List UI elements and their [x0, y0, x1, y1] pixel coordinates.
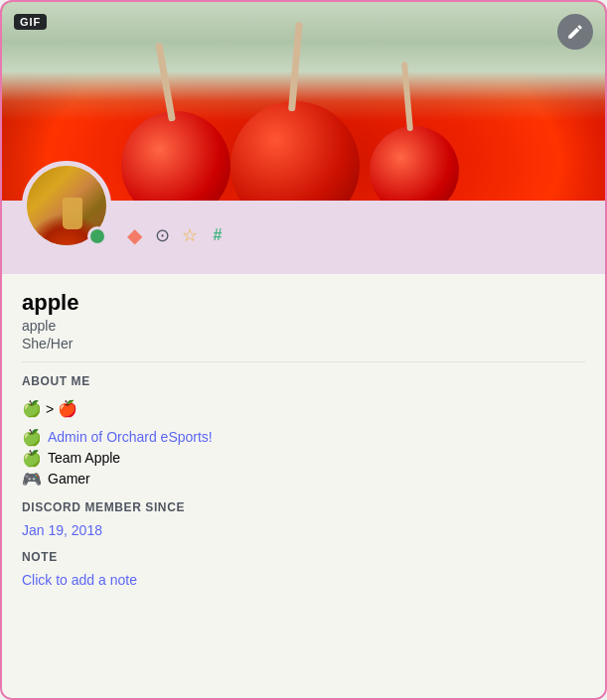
- favorite-badge: ☆: [179, 224, 201, 246]
- edit-button[interactable]: [557, 14, 593, 50]
- about-gamer-line: 🎮 Gamer: [22, 470, 585, 489]
- divider-1: [22, 361, 585, 362]
- display-name: apple: [22, 290, 585, 316]
- hypesquad-badge: ◆: [123, 224, 145, 246]
- online-indicator: [87, 226, 107, 246]
- greater-than: >: [46, 398, 54, 420]
- about-line-1: 🍏 > 🍎: [22, 396, 585, 422]
- admin-emoji: 🍏: [22, 428, 42, 447]
- red-apple-emoji: 🍎: [58, 396, 77, 422]
- pronouns: She/Her: [22, 336, 585, 351]
- main-content: apple apple She/Her ABOUT ME 🍏 > 🍎 🍏 Adm…: [2, 274, 605, 698]
- early-supporter-badge: ⊙: [151, 224, 173, 246]
- member-since-label: DISCORD MEMBER SINCE: [22, 500, 585, 514]
- gif-badge: GIF: [14, 14, 47, 30]
- profile-section: ◆ ⊙ ☆ #: [2, 201, 605, 274]
- profile-card: GIF ◆ ⊙: [0, 0, 607, 700]
- avatar-wrapper: [22, 161, 111, 250]
- about-admin-line: 🍏 Admin of Orchard eSports!: [22, 428, 585, 447]
- about-team-line: 🍏 Team Apple: [22, 449, 585, 468]
- green-apple-emoji: 🍏: [22, 396, 42, 422]
- hashtag-badge: #: [207, 224, 228, 246]
- about-me-label: ABOUT ME: [22, 374, 585, 388]
- gamer-emoji: 🎮: [22, 470, 42, 489]
- team-text: Team Apple: [48, 450, 120, 466]
- admin-text: Admin of Orchard eSports!: [48, 429, 213, 445]
- member-since-date: Jan 19, 2018: [22, 522, 585, 538]
- badges-row: ◆ ⊙ ☆ #: [123, 224, 228, 250]
- pencil-icon: [566, 23, 584, 41]
- gamer-text: Gamer: [48, 471, 90, 487]
- username: apple: [22, 318, 585, 334]
- note-field[interactable]: Click to add a note: [22, 572, 585, 588]
- note-label: NOTE: [22, 550, 585, 564]
- team-emoji: 🍏: [22, 449, 42, 468]
- avatar-row: ◆ ⊙ ☆ #: [22, 161, 585, 250]
